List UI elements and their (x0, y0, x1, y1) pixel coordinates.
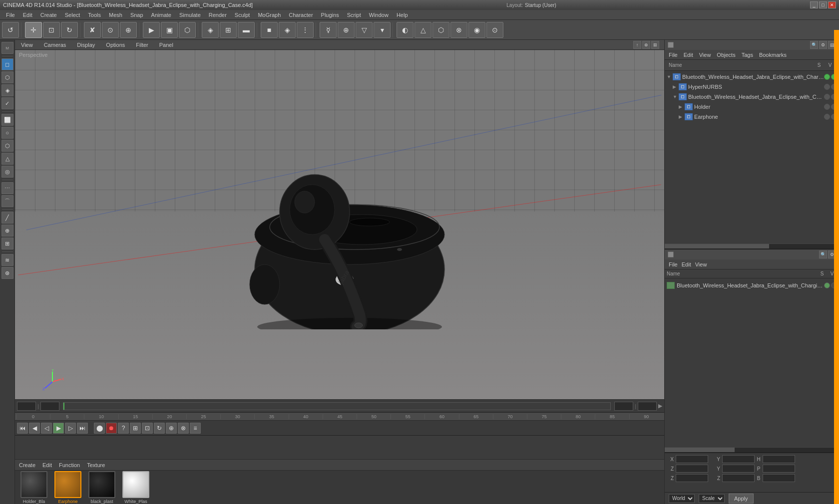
sidebar-brush-button[interactable]: ⊕ (1, 225, 13, 237)
timeline-track[interactable] (63, 402, 611, 410)
menu-window[interactable]: Window (365, 11, 393, 19)
close-button[interactable]: ✕ (828, 1, 836, 8)
menu-mesh[interactable]: Mesh (105, 11, 126, 19)
apply-button[interactable]: Apply (729, 494, 754, 504)
menu-script[interactable]: Script (343, 11, 365, 19)
obj-menu-objects[interactable]: Objects (715, 51, 737, 59)
set-key-pos[interactable]: ⊞ (130, 423, 141, 434)
light-button[interactable]: ◐ (397, 22, 414, 38)
undo-button[interactable]: ↺ (2, 22, 19, 38)
scale-tool-button[interactable]: ⊡ (43, 22, 60, 38)
mat-menu-edit[interactable]: Edit (40, 461, 54, 469)
coord-scale-select[interactable]: Scale (699, 494, 725, 503)
render-button[interactable]: ▣ (161, 22, 178, 38)
obj-menu-view[interactable]: View (697, 51, 713, 59)
vp-icon-2[interactable]: ⊕ (642, 41, 650, 49)
goto-end-button[interactable]: ⏭ (77, 423, 88, 434)
stereo-button[interactable]: ⊗ (450, 22, 467, 38)
sidebar-knife-button[interactable]: ╱ (1, 212, 13, 224)
mat-menu-texture[interactable]: Texture (85, 461, 107, 469)
obj-menu-file[interactable]: File (667, 51, 680, 59)
auto-key-button[interactable]: ? (118, 423, 129, 434)
mesh-mode-button[interactable]: ⊙ (102, 22, 119, 38)
tree-row-root[interactable]: ▼ ⧠ Bluetooth_Wireless_Headset_Jabra_Ecl… (665, 72, 839, 82)
mat-menu-function[interactable]: Function (57, 461, 82, 469)
coord-y-input[interactable]: 0 cm (722, 455, 755, 463)
obj-hdr-icon-settings[interactable]: ⚙ (819, 41, 827, 49)
keyframe-button[interactable]: ⬤ (94, 423, 105, 434)
record-button[interactable]: ⏺ (106, 423, 117, 434)
viewport-4-button[interactable]: ▬ (238, 22, 255, 38)
sidebar-nurbs-button[interactable]: ⋯ (1, 182, 13, 194)
menu-file[interactable]: File (2, 11, 19, 19)
menu-help[interactable]: Help (393, 11, 412, 19)
sky-button[interactable]: ▾ (374, 22, 391, 38)
tree-row-bt2[interactable]: ▼ ⧠ Bluetooth_Wireless_Headset_Jabra_Ecl… (665, 92, 839, 102)
current-frame-input[interactable]: 0 F (17, 402, 36, 411)
floor-button[interactable]: ▽ (356, 22, 373, 38)
frame-max-input[interactable]: 90 F (638, 402, 657, 411)
tree-expand-bt2[interactable]: ▼ (673, 94, 679, 99)
frame-start-input[interactable]: 0 F (40, 402, 59, 411)
sidebar-paint-button[interactable]: ✓ (1, 97, 13, 109)
prev-frame-button[interactable]: ◀ (29, 423, 40, 434)
sidebar-cone-button[interactable]: △ (1, 153, 13, 165)
sidebar-torus-button[interactable]: ◎ (1, 166, 13, 178)
vp-icon-1[interactable]: ↑ (633, 41, 641, 49)
menu-render[interactable]: Render (205, 11, 231, 19)
menu-create[interactable]: Create (36, 11, 61, 19)
attr-menu-edit[interactable]: Edit (680, 260, 693, 268)
move-tool-button[interactable]: ✛ (25, 22, 42, 38)
sidebar-select-button[interactable]: ◻ (1, 58, 13, 70)
attr-icon-1[interactable]: 🔍 (819, 251, 827, 258)
menu-sculpt[interactable]: Sculpt (231, 11, 254, 19)
vp-menu-cameras[interactable]: Cameras (41, 41, 69, 49)
coord-x-input[interactable]: 0 cm (676, 455, 708, 463)
edge-mode-button[interactable]: ⊕ (120, 22, 137, 38)
minimize-button[interactable]: _ (810, 1, 818, 8)
coord-b-input[interactable]: 0° (763, 474, 795, 482)
vp-menu-display[interactable]: Display (74, 41, 98, 49)
material-earphone[interactable]: Earphone (53, 471, 83, 504)
obj-menu-edit[interactable]: Edit (682, 51, 695, 59)
vp-menu-filter[interactable]: Filter (133, 41, 151, 49)
vp-menu-panel[interactable]: Panel (156, 41, 176, 49)
attr-h-scrollbar[interactable] (665, 447, 839, 452)
camera-button[interactable]: △ (415, 22, 431, 38)
menu-select[interactable]: Select (61, 11, 84, 19)
perspective-button[interactable]: ◈ (202, 22, 219, 38)
tree-dot-s-hn[interactable] (824, 84, 830, 90)
mat-menu-create[interactable]: Create (17, 461, 37, 469)
snap-settings-button[interactable]: ⊕ (338, 22, 355, 38)
obj-menu-bookmarks[interactable]: Bookmarks (757, 51, 789, 59)
tree-expand-earphone[interactable]: ▶ (679, 114, 685, 119)
sidebar-sphere-button[interactable]: ○ (1, 127, 13, 139)
material-black-plast[interactable]: black_plast (87, 471, 117, 504)
sidebar-lasso-button[interactable]: ⬡ (1, 71, 13, 83)
maximize-button[interactable]: □ (819, 1, 827, 8)
menu-character[interactable]: Character (285, 11, 317, 19)
coord-z-input[interactable]: 0 cm (676, 465, 708, 473)
sidebar-poly-button[interactable]: ◈ (1, 84, 13, 96)
coord-world-select[interactable]: World (669, 494, 695, 503)
light2-button[interactable]: ⊙ (486, 22, 503, 38)
play-backwards-button[interactable]: ◁ (41, 423, 52, 434)
obj-hdr-icon-search[interactable]: 🔍 (810, 41, 818, 49)
viewport-solo-button[interactable]: ⊞ (220, 22, 237, 38)
material-white-plas[interactable]: White_Plas (121, 471, 151, 504)
sidebar-effector-button[interactable]: ⊛ (1, 267, 13, 279)
vp-menu-options[interactable]: Options (103, 41, 128, 49)
set-key-scale[interactable]: ⊡ (142, 423, 153, 434)
attr-menu-file[interactable]: File (667, 260, 680, 268)
sidebar-array-button[interactable]: ⊞ (1, 238, 13, 250)
object-mode-button[interactable]: ✘ (84, 22, 101, 38)
obj-h-scrollbar[interactable] (665, 244, 839, 249)
vp-icon-3[interactable]: ⊞ (651, 41, 659, 49)
coord-y2-input[interactable]: 0° (722, 465, 755, 473)
sidebar-cube-button[interactable]: ⬜ (1, 114, 13, 126)
timeline-view-button[interactable]: ≡ (190, 423, 201, 434)
tree-expand-root[interactable]: ▼ (667, 74, 673, 79)
sidebar-spline-button[interactable]: ⌒ (1, 195, 13, 207)
next-frame-button[interactable]: ▷ (65, 423, 76, 434)
set-key-all[interactable]: ⊕ (166, 423, 177, 434)
